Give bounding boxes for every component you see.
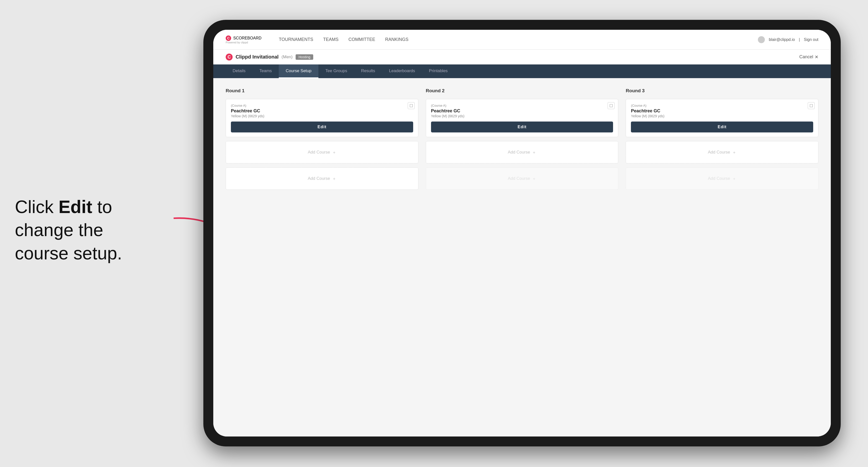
- logo-powered: Powered by clippd: [226, 41, 261, 44]
- round-1-delete-button[interactable]: ☐: [408, 102, 415, 109]
- round-2-title: Round 2: [426, 88, 619, 93]
- user-avatar: [758, 36, 765, 43]
- instruction-prefix: Click: [15, 197, 59, 217]
- round-1-column: Round 1 ☐ (Course A) Peachtree GC Yellow…: [226, 88, 418, 190]
- logo-text: SCOREBOARD: [233, 36, 261, 40]
- top-nav: C SCOREBOARD Powered by clippd TOURNAMEN…: [213, 30, 831, 50]
- instruction-text: Click Edit tochange thecourse setup.: [15, 195, 122, 265]
- round-2-add-course-2: Add Course ＋: [426, 167, 619, 190]
- tournament-c-icon: C: [226, 54, 232, 61]
- round-3-course-details: Yellow (M) (6629 yds): [631, 114, 813, 118]
- round-3-edit-button[interactable]: Edit: [631, 122, 813, 132]
- tablet-screen: C SCOREBOARD Powered by clippd TOURNAMEN…: [213, 30, 831, 436]
- round-2-course-label: (Course A): [431, 104, 613, 107]
- logo-area: C SCOREBOARD Powered by clippd: [226, 35, 261, 44]
- tab-leaderboards[interactable]: Leaderboards: [382, 64, 422, 78]
- round-1-course-label: (Course A): [231, 104, 413, 107]
- user-email: blair@clippd.io: [769, 37, 795, 42]
- tournament-name: Clippd Invitational: [236, 54, 279, 60]
- add-course-label: Add Course: [508, 176, 530, 181]
- add-course-icon: ＋: [532, 150, 536, 155]
- add-course-icon: ＋: [332, 150, 336, 155]
- cancel-icon: ✕: [815, 54, 818, 60]
- round-1-course-details: Yellow (M) (6629 yds): [231, 114, 413, 118]
- nav-right: blair@clippd.io | Sign out: [758, 36, 818, 43]
- main-content: Round 1 ☐ (Course A) Peachtree GC Yellow…: [213, 78, 831, 436]
- nav-rankings[interactable]: RANKINGS: [385, 36, 408, 43]
- round-2-delete-button[interactable]: ☐: [608, 102, 615, 109]
- round-1-course-name: Peachtree GC: [231, 108, 413, 114]
- add-course-label: Add Course: [508, 150, 530, 155]
- add-course-icon: ＋: [532, 176, 536, 182]
- nav-tournaments[interactable]: TOURNAMENTS: [279, 36, 313, 43]
- round-1-course-card: ☐ (Course A) Peachtree GC Yellow (M) (66…: [226, 99, 418, 137]
- add-course-label: Add Course: [308, 150, 330, 155]
- round-1-edit-button[interactable]: Edit: [231, 122, 413, 132]
- nav-links: TOURNAMENTS TEAMS COMMITTEE RANKINGS: [279, 36, 745, 43]
- nav-separator: |: [799, 37, 800, 42]
- tab-tee-groups[interactable]: Tee Groups: [318, 64, 354, 78]
- hosting-badge: Hosting: [296, 54, 313, 60]
- sub-header: C Clippd Invitational (Men) Hosting Canc…: [213, 50, 831, 64]
- round-2-add-course-1[interactable]: Add Course ＋: [426, 141, 619, 163]
- add-course-icon: ＋: [732, 176, 736, 182]
- round-3-title: Round 3: [626, 88, 818, 93]
- round-3-course-label: (Course A): [631, 104, 813, 107]
- round-2-course-name: Peachtree GC: [431, 108, 613, 114]
- add-course-label: Add Course: [708, 176, 730, 181]
- tournament-title: C Clippd Invitational (Men) Hosting: [226, 54, 313, 61]
- nav-committee[interactable]: COMMITTEE: [348, 36, 375, 43]
- logo-c-icon: C: [226, 35, 231, 41]
- add-course-icon: ＋: [332, 176, 336, 182]
- round-3-delete-button[interactable]: ☐: [808, 102, 815, 109]
- tab-bar: Details Teams Course Setup Tee Groups Re…: [213, 64, 831, 78]
- cancel-button[interactable]: Cancel ✕: [799, 54, 818, 60]
- sign-out-link[interactable]: Sign out: [804, 37, 818, 42]
- round-1-add-course-2[interactable]: Add Course ＋: [226, 167, 418, 190]
- logo-scoreboard: C SCOREBOARD: [226, 35, 261, 41]
- round-2-column: Round 2 ☐ (Course A) Peachtree GC Yellow…: [426, 88, 619, 190]
- tab-details[interactable]: Details: [226, 64, 252, 78]
- round-3-add-course-1[interactable]: Add Course ＋: [626, 141, 818, 163]
- round-2-course-details: Yellow (M) (6629 yds): [431, 114, 613, 118]
- round-3-column: Round 3 ☐ (Course A) Peachtree GC Yellow…: [626, 88, 818, 190]
- round-2-course-card: ☐ (Course A) Peachtree GC Yellow (M) (66…: [426, 99, 619, 137]
- add-course-label: Add Course: [708, 150, 730, 155]
- round-3-course-card: ☐ (Course A) Peachtree GC Yellow (M) (66…: [626, 99, 818, 137]
- rounds-container: Round 1 ☐ (Course A) Peachtree GC Yellow…: [226, 88, 818, 190]
- nav-teams[interactable]: TEAMS: [323, 36, 339, 43]
- round-3-course-name: Peachtree GC: [631, 108, 813, 114]
- round-3-add-course-2: Add Course ＋: [626, 167, 818, 190]
- tab-results[interactable]: Results: [354, 64, 382, 78]
- tab-teams[interactable]: Teams: [252, 64, 279, 78]
- round-1-add-course-1[interactable]: Add Course ＋: [226, 141, 418, 163]
- round-1-title: Round 1: [226, 88, 418, 93]
- round-2-edit-button[interactable]: Edit: [431, 122, 613, 132]
- instruction-bold: Edit: [59, 197, 92, 217]
- add-course-label: Add Course: [308, 176, 330, 181]
- cancel-label: Cancel: [799, 54, 813, 60]
- tab-course-setup[interactable]: Course Setup: [279, 64, 318, 78]
- add-course-icon: ＋: [732, 150, 736, 155]
- tab-printables[interactable]: Printables: [422, 64, 455, 78]
- tournament-gender: (Men): [281, 55, 292, 60]
- tablet: C SCOREBOARD Powered by clippd TOURNAMEN…: [204, 20, 841, 446]
